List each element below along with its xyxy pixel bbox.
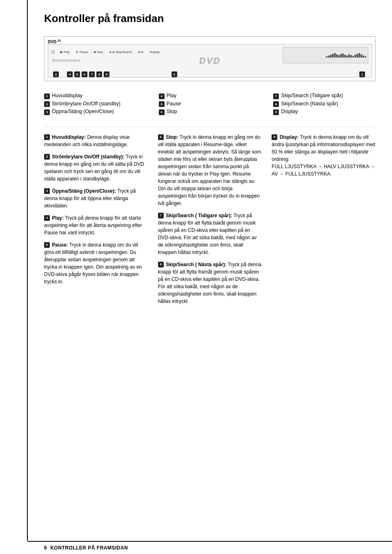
dvd-text: DVD — [48, 40, 58, 44]
badge-7: 7 — [89, 71, 95, 77]
desc-col-2: 6 Stop: Tryck in denna knapp en gång om … — [158, 133, 262, 305]
display-bar — [326, 56, 327, 58]
legend-badge-6: 6 — [159, 109, 165, 115]
legend-item-4: 4 Play — [159, 93, 261, 99]
desc-col-3: 9 Display: Tryck in denna knapp om du vi… — [272, 133, 376, 305]
display-bar — [354, 55, 356, 58]
display-bar — [338, 55, 340, 58]
ctrl-pause: ⏸ Pause — [76, 50, 88, 54]
display-bar — [346, 56, 348, 58]
desc-6: 6 Stop: Tryck in denna knapp en gång om … — [158, 133, 262, 207]
legend-badge-5: 5 — [159, 101, 165, 107]
display-panel — [283, 47, 368, 63]
legend-item-8: 8 Skip/Search (Nästa spår) — [273, 101, 376, 107]
legend-badge-2: 2 — [44, 101, 50, 107]
legend-badge-7: 7 — [273, 93, 279, 99]
display-bar — [350, 55, 352, 58]
legend-badge-4: 4 — [159, 93, 165, 99]
desc-badge-3: 3 — [44, 188, 50, 194]
badge-9: 9 — [104, 71, 109, 77]
desc-badge-8: 8 — [158, 262, 164, 267]
device-body: ▶ Play ⏸ Pause ■ Stop ◄◄ Skip/Search ►► … — [48, 44, 372, 78]
legend-badge-1: 1 — [44, 93, 50, 99]
ctrl-skipback: ◄◄ Skip/Search — [109, 50, 132, 54]
desc-term-8: Skip/Search ( Nästa spår): — [166, 262, 227, 267]
legend-item-6: 6 Stop — [159, 109, 261, 115]
desc-badge-1: 1 — [44, 134, 50, 140]
desc-7: 7 Skip/Search ( Tidigare spår): Tryck på… — [158, 212, 262, 256]
desc-8: 8 Skip/Search ( Nästa spår): Tryck på de… — [158, 261, 262, 305]
ctrl-play: ▶ Play — [60, 50, 70, 54]
content-area: Kontroller på framsidan DVD 23 ▶ Play — [28, 0, 392, 541]
diagram-numbers-row: 2 4 5 6 7 8 9 3 1 — [48, 71, 372, 77]
legend-label-6: Stop — [167, 109, 177, 114]
legend-item-7: 7 Skip/Search (Tidigare spår) — [273, 93, 376, 99]
display-bars — [326, 53, 366, 58]
display-bar — [361, 54, 362, 58]
legend-label-3: Öppna/Stäng (Open/Close) — [52, 109, 114, 114]
desc-badge-7: 7 — [158, 213, 164, 218]
display-bar — [332, 54, 334, 58]
desc-term-4: Play: — [52, 215, 64, 221]
badge-8: 8 — [96, 71, 102, 77]
badge-3: 3 — [172, 71, 177, 77]
desc-4: 4 Play: Tryck på denna knapp för att sta… — [44, 214, 148, 236]
desc-term-3: Öppna/Stäng (Open/Close): — [52, 188, 116, 194]
badge-6: 6 — [82, 71, 87, 77]
desc-term-6: Stop: — [166, 134, 178, 140]
display-bar — [330, 55, 332, 58]
ctrl-power — [51, 50, 55, 53]
badge-5: 5 — [74, 71, 80, 77]
desc-term-1: Huvuddisplay: — [52, 134, 86, 140]
legend-label-5: Pause — [167, 101, 181, 107]
desc-text-7: Tryck på denna knapp för att flytta bakå… — [158, 213, 257, 255]
display-bar — [342, 53, 344, 58]
legend-label-9: Display — [281, 109, 298, 114]
desc-col-1: 1 Huvuddisplay: Denna display visar mede… — [44, 133, 148, 305]
legend-item-9: 9 Display — [273, 109, 376, 115]
controls-row: ▶ Play ⏸ Pause ■ Stop ◄◄ Skip/Search ►► … — [51, 48, 282, 56]
legend-item-2: 2 Strömbrytare On/Off (standby) — [44, 101, 147, 107]
display-bar — [348, 54, 350, 58]
display-bar — [363, 56, 364, 58]
display-bar — [334, 53, 336, 58]
device-diagram: DVD 23 ▶ Play ⏸ Pause ■ Stop ◄◄ Skip/Sea… — [44, 36, 376, 81]
harman-logo: harman/kardon — [52, 58, 80, 62]
badge-1: 1 — [359, 71, 365, 77]
desc-badge-2: 2 — [44, 154, 50, 160]
legend-badge-8: 8 — [273, 101, 279, 107]
badge-4: 4 — [67, 71, 73, 77]
dvd-label: DVD 23 — [48, 39, 61, 44]
legend-item-3: 3 Öppna/Stäng (Open/Close) — [44, 109, 147, 115]
display-bar — [365, 56, 366, 58]
desc-text-6: Tryck in denna knapp en gång om du vill … — [158, 134, 261, 206]
legend-label-1: Huvuddisplay — [52, 93, 82, 98]
ctrl-display: Display — [149, 50, 160, 54]
legend-item-1: 1 Huvuddisplay — [44, 93, 147, 99]
ctrl-stop: ■ Stop — [94, 50, 103, 54]
main-content: Kontroller på framsidan DVD 23 ▶ Play — [0, 0, 392, 541]
legend-section: 1 Huvuddisplay 4 Play 7 Skip/Search (Tid… — [44, 93, 376, 115]
desc-text-8: Tryck på denna knapp för att flytta fram… — [158, 262, 261, 304]
legend-item-5: 5 Pause — [159, 101, 261, 107]
page-title: Kontroller på framsidan — [44, 12, 376, 25]
footer-text: KONTROLLER PÅ FRAMSIDAN — [50, 545, 128, 551]
page-wrapper: Kontroller på framsidan DVD 23 ▶ Play — [0, 0, 392, 554]
desc-term-5: Pause: — [52, 242, 68, 248]
desc-badge-4: 4 — [44, 215, 50, 221]
legend-label-2: Strömbrytare On/Off (standby) — [52, 101, 120, 107]
legend-badge-3: 3 — [44, 109, 50, 115]
desc-3: 3 Öppna/Stäng (Open/Close): Tryck på den… — [44, 187, 148, 209]
display-bar — [340, 54, 342, 58]
display-bar — [359, 53, 360, 58]
desc-2: 2 Strömbrytare On/Off (standby): Tryck i… — [44, 153, 148, 182]
footer: 6 KONTROLLER PÅ FRAMSIDAN — [28, 541, 392, 554]
section-divider — [44, 127, 376, 127]
desc-badge-5: 5 — [44, 242, 50, 248]
desc-text-5: Tryck in denna knapp om du vill göra ett… — [44, 242, 142, 285]
badge-2: 2 — [53, 71, 59, 77]
display-bar — [352, 56, 354, 58]
legend-badge-9: 9 — [273, 109, 279, 115]
dvd-sup: 23 — [58, 39, 61, 42]
left-border — [0, 0, 28, 541]
